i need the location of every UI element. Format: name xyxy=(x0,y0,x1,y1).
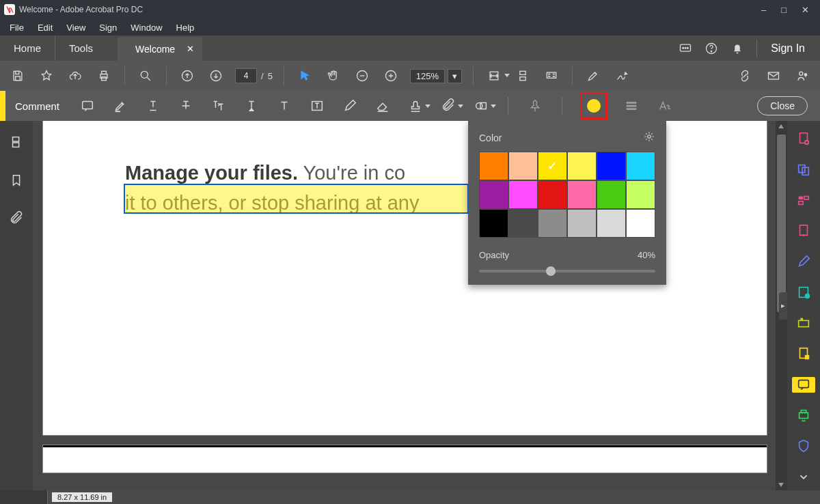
page-number-input[interactable] xyxy=(235,68,257,83)
window-close-button[interactable]: ✕ xyxy=(802,5,809,14)
sign-icon[interactable] xyxy=(612,66,631,85)
send-for-review-icon[interactable] xyxy=(792,284,815,300)
menu-help[interactable]: Help xyxy=(169,19,202,36)
edit-icon[interactable] xyxy=(584,66,603,85)
color-swatch[interactable] xyxy=(626,180,655,209)
chevron-down-icon[interactable] xyxy=(792,469,815,485)
email-icon[interactable] xyxy=(764,66,783,85)
protect-icon[interactable] xyxy=(792,438,815,454)
print-icon[interactable] xyxy=(94,66,113,85)
color-swatch[interactable] xyxy=(597,180,626,209)
close-comment-button[interactable]: Close xyxy=(757,96,808,115)
messages-icon[interactable] xyxy=(679,42,692,55)
status-handle[interactable] xyxy=(0,490,48,504)
nav-tools[interactable]: Tools xyxy=(55,36,107,61)
strikethrough-icon[interactable] xyxy=(177,97,195,115)
organize-icon[interactable] xyxy=(792,192,815,208)
menu-window[interactable]: Window xyxy=(124,19,169,36)
line-weight-icon[interactable] xyxy=(623,97,640,115)
tab-close-button[interactable]: ✕ xyxy=(187,44,194,54)
color-swatch[interactable] xyxy=(567,152,597,180)
highlight-marker-icon[interactable] xyxy=(111,97,129,115)
menu-view[interactable]: View xyxy=(59,19,92,36)
replace-text-icon[interactable] xyxy=(210,97,228,115)
notifications-icon[interactable] xyxy=(730,42,744,55)
opacity-slider-knob[interactable] xyxy=(546,266,556,276)
link-icon[interactable] xyxy=(735,66,754,85)
color-picker-button[interactable] xyxy=(580,92,607,120)
fit-width-icon[interactable] xyxy=(484,66,504,85)
insert-text-icon[interactable] xyxy=(243,97,260,115)
color-swatch[interactable] xyxy=(479,180,508,209)
stamp-icon[interactable] xyxy=(407,97,424,115)
color-swatch[interactable] xyxy=(567,209,597,238)
create-pdf-icon[interactable] xyxy=(792,130,815,146)
comment-panel-icon[interactable] xyxy=(792,377,815,393)
zoom-out-icon[interactable] xyxy=(353,66,372,85)
scroll-mode-icon[interactable] xyxy=(513,66,532,85)
cloud-upload-icon[interactable] xyxy=(66,66,85,85)
next-page-icon[interactable] xyxy=(206,66,226,85)
share-icon[interactable] xyxy=(793,66,812,85)
color-swatch[interactable] xyxy=(508,180,538,209)
document-area[interactable]: Manage your files. You're in control — r… xyxy=(33,121,787,490)
scroll-thumb[interactable] xyxy=(777,135,786,312)
color-swatch[interactable] xyxy=(597,152,626,180)
export-pdf-icon[interactable] xyxy=(792,223,815,238)
color-swatch[interactable] xyxy=(626,209,655,238)
highlight-selection[interactable] xyxy=(124,184,469,214)
print-production-icon[interactable] xyxy=(792,408,815,423)
edit-pdf-icon[interactable] xyxy=(792,253,815,269)
zoom-dropdown[interactable]: ▾ xyxy=(448,69,462,83)
eraser-icon[interactable] xyxy=(374,97,392,115)
more-tools-icon[interactable] xyxy=(792,315,815,331)
window-minimize-button[interactable]: – xyxy=(761,5,766,14)
color-swatch[interactable] xyxy=(597,209,626,238)
underline-text-icon[interactable] xyxy=(144,97,162,115)
opacity-slider[interactable] xyxy=(479,270,655,272)
star-icon[interactable] xyxy=(37,66,56,85)
nav-home[interactable]: Home xyxy=(0,36,55,61)
text-box-icon[interactable] xyxy=(308,97,326,115)
bookmarks-icon[interactable] xyxy=(5,169,28,192)
color-swatch[interactable] xyxy=(567,180,597,209)
zoom-in-icon[interactable] xyxy=(381,66,400,85)
add-text-icon[interactable] xyxy=(275,97,293,115)
read-mode-icon[interactable] xyxy=(542,66,561,85)
save-icon[interactable] xyxy=(8,66,27,85)
drawing-tools-icon[interactable] xyxy=(472,97,490,115)
color-swatch[interactable] xyxy=(626,152,655,180)
gear-icon[interactable] xyxy=(643,130,655,145)
svg-rect-21 xyxy=(548,76,550,77)
menu-edit[interactable]: Edit xyxy=(31,19,59,36)
sticky-note-icon[interactable] xyxy=(79,97,96,115)
attachment-icon[interactable] xyxy=(439,97,457,115)
search-icon[interactable] xyxy=(136,66,155,85)
fill-sign-icon[interactable] xyxy=(792,346,815,362)
help-icon[interactable] xyxy=(705,42,718,55)
pointer-icon[interactable] xyxy=(295,66,314,85)
hand-icon[interactable] xyxy=(324,66,343,85)
color-swatch[interactable] xyxy=(479,209,508,238)
prev-page-icon[interactable] xyxy=(178,66,197,85)
color-swatch[interactable]: ✓ xyxy=(538,152,567,180)
attachments-panel-icon[interactable] xyxy=(5,207,28,230)
right-collapse-handle[interactable]: ▸ xyxy=(779,292,787,320)
text-style-icon[interactable] xyxy=(655,97,673,115)
color-swatch[interactable] xyxy=(538,180,567,209)
combine-files-icon[interactable] xyxy=(792,161,815,177)
zoom-value[interactable]: 125% xyxy=(410,69,445,83)
thumbnails-icon[interactable] xyxy=(5,130,28,154)
pin-icon[interactable] xyxy=(526,97,544,115)
color-swatch[interactable] xyxy=(508,152,538,180)
color-swatch[interactable] xyxy=(508,209,538,238)
window-maximize-button[interactable]: □ xyxy=(781,5,787,14)
menu-sign[interactable]: Sign xyxy=(92,19,124,36)
color-swatch[interactable] xyxy=(538,209,567,238)
tab-welcome[interactable]: Welcome ✕ xyxy=(118,37,202,61)
color-swatch[interactable] xyxy=(479,152,508,180)
pencil-draw-icon[interactable] xyxy=(341,97,359,115)
sign-in-button[interactable]: Sign In xyxy=(769,42,806,55)
comment-accent-strip xyxy=(0,91,5,121)
menu-file[interactable]: File xyxy=(3,19,31,36)
